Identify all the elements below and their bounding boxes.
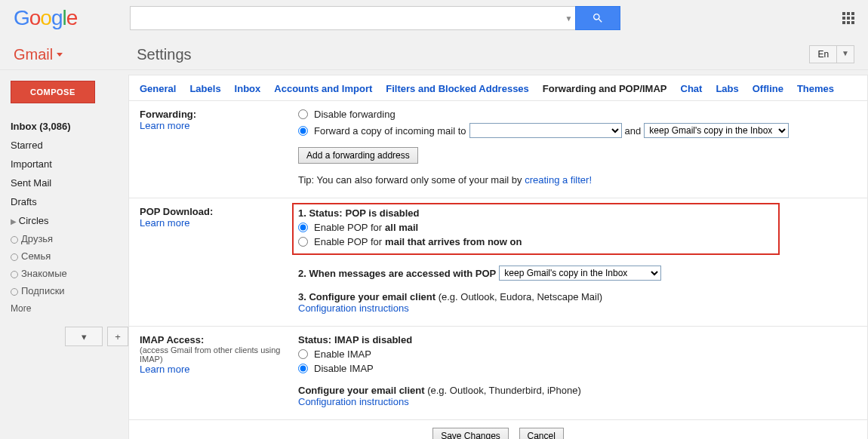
- forwarding-title: Forwarding:: [140, 109, 298, 120]
- page-title: Settings: [137, 46, 191, 63]
- nav-sent[interactable]: Sent Mail: [11, 173, 128, 192]
- pop-now-radio[interactable]: [298, 237, 308, 247]
- nav-inbox[interactable]: Inbox (3,086): [11, 117, 128, 136]
- search-input[interactable]: ▼: [130, 6, 575, 30]
- tab-offline[interactable]: Offline: [753, 83, 783, 94]
- pop-all-radio[interactable]: [298, 223, 308, 232]
- imap-enable-radio[interactable]: [298, 349, 308, 359]
- tab-themes[interactable]: Themes: [797, 83, 834, 94]
- disable-forwarding-radio[interactable]: [298, 109, 308, 119]
- google-logo[interactable]: Google: [14, 6, 77, 30]
- pop-title: POP Download:: [140, 206, 298, 217]
- pop-action-select[interactable]: keep Gmail's copy in the Inbox: [499, 266, 661, 281]
- add-forwarding-button[interactable]: Add a forwarding address: [298, 147, 418, 164]
- nav-circle-знакомые[interactable]: Знакомые: [11, 265, 128, 282]
- forward-action-select[interactable]: keep Gmail's copy in the Inbox: [644, 123, 789, 138]
- search-button[interactable]: [575, 6, 620, 30]
- pop-status: POP is disabled: [346, 207, 420, 219]
- sidebar-dropdown-button[interactable]: ▾: [65, 327, 103, 346]
- apps-icon[interactable]: [842, 12, 854, 24]
- search-options-caret[interactable]: ▼: [565, 14, 572, 23]
- imap-title: IMAP Access:: [140, 334, 298, 345]
- language-button[interactable]: En: [809, 45, 837, 63]
- pop-highlight-box: 1. Status: POP is disabled Enable POP fo…: [292, 203, 780, 255]
- forwarding-tip: Tip: You can also forward only some of y…: [298, 174, 857, 186]
- tab-labels[interactable]: Labels: [189, 83, 220, 94]
- imap-enable-label: Enable IMAP: [314, 348, 371, 360]
- tab-filters[interactable]: Filters and Blocked Addresses: [386, 83, 529, 94]
- forward-to-select[interactable]: [469, 123, 622, 138]
- nav-circles[interactable]: ▶ Circles: [11, 211, 128, 230]
- tab-accounts[interactable]: Accounts and Import: [274, 83, 372, 94]
- imap-learn-more[interactable]: Learn more: [140, 364, 189, 375]
- nav-circle-друзья[interactable]: Друзья: [11, 230, 128, 247]
- gmail-dropdown[interactable]: Gmail: [14, 46, 63, 63]
- disable-forwarding-label: Disable forwarding: [314, 109, 396, 120]
- imap-note: (access Gmail from other clients using I…: [140, 345, 298, 364]
- nav-important[interactable]: Important: [11, 155, 128, 173]
- pop-accessed-label: 2. When messages are accessed with POP: [298, 268, 496, 279]
- imap-disable-radio[interactable]: [298, 364, 308, 373]
- search-icon: [592, 12, 604, 24]
- create-filter-link[interactable]: creating a filter!: [525, 174, 592, 186]
- nav-more[interactable]: More: [11, 299, 128, 318]
- imap-config-link[interactable]: Configuration instructions: [298, 396, 409, 407]
- nav-starred[interactable]: Starred: [11, 136, 128, 155]
- nav-circle-семья[interactable]: Семья: [11, 247, 128, 265]
- forward-copy-radio[interactable]: [298, 126, 308, 136]
- tab-general[interactable]: General: [140, 83, 176, 94]
- tab-labs[interactable]: Labs: [716, 83, 738, 94]
- compose-button[interactable]: COMPOSE: [11, 81, 95, 103]
- forwarding-learn-more[interactable]: Learn more: [140, 120, 189, 131]
- save-changes-button[interactable]: Save Changes: [432, 428, 509, 439]
- tab-forwarding[interactable]: Forwarding and POP/IMAP: [543, 83, 667, 94]
- language-caret[interactable]: ▼: [837, 45, 854, 63]
- nav-drafts[interactable]: Drafts: [11, 192, 128, 211]
- pop-learn-more[interactable]: Learn more: [140, 217, 189, 229]
- imap-disable-label: Disable IMAP: [314, 363, 374, 374]
- nav-circle-подписки[interactable]: Подписки: [11, 282, 128, 299]
- tab-chat[interactable]: Chat: [681, 83, 703, 94]
- tab-inbox[interactable]: Inbox: [235, 83, 261, 94]
- forward-and-label: and: [625, 125, 642, 137]
- pop-config-link[interactable]: Configuration instructions: [298, 302, 409, 314]
- sidebar-add-button[interactable]: +: [107, 327, 128, 346]
- imap-status: IMAP is disabled: [334, 334, 412, 345]
- cancel-button[interactable]: Cancel: [519, 428, 564, 439]
- forward-copy-label: Forward a copy of incoming mail to: [314, 125, 466, 137]
